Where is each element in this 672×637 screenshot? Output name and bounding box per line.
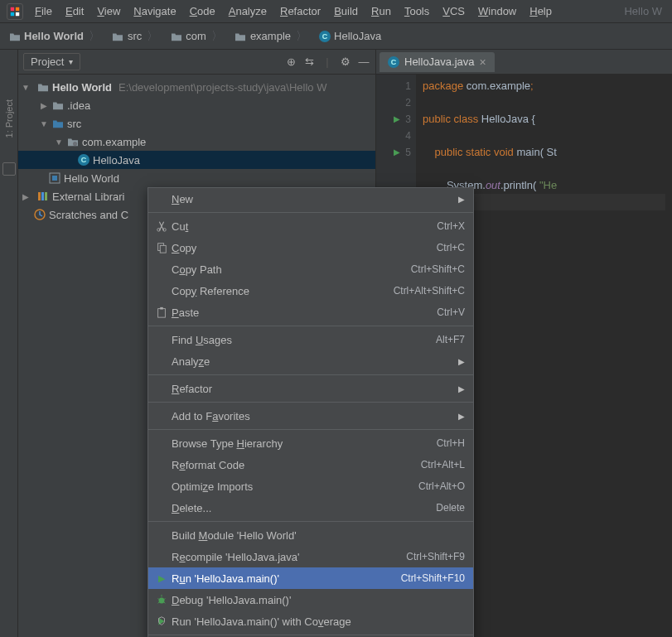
svg-rect-10: [45, 192, 47, 200]
breadcrumb-file[interactable]: C HelloJava: [316, 27, 384, 45]
context-menu-item[interactable]: Recompile 'HelloJava.java'Ctrl+Shift+F9: [148, 546, 473, 567]
line-number: 4: [405, 128, 411, 144]
context-menu-item[interactable]: CopyCtrl+C: [148, 237, 473, 258]
expand-arrow-icon[interactable]: ▼: [40, 119, 48, 128]
copy-icon: [153, 242, 170, 253]
context-menu-item[interactable]: Refactor▶: [148, 378, 473, 399]
expand-arrow-icon[interactable]: ▼: [55, 138, 63, 147]
context-menu-item[interactable]: Debug 'HelloJava.main()': [148, 589, 473, 610]
svg-point-18: [159, 597, 165, 603]
tree-row-project-root[interactable]: ▼ Hello World E:\development\projects-st…: [18, 78, 375, 96]
menu-build[interactable]: Build: [327, 2, 365, 21]
folder-icon: [170, 31, 182, 42]
tool-window-tab-structure-icon[interactable]: [2, 162, 16, 176]
close-icon[interactable]: ×: [480, 55, 486, 69]
menu-item-shortcut: Ctrl+Shift+C: [411, 263, 465, 275]
expand-arrow-icon[interactable]: ▶: [40, 101, 48, 110]
breadcrumb-example[interactable]: example 〉: [231, 27, 312, 46]
menu-item-label: Delete...: [170, 502, 436, 514]
menu-item-label: Cut: [170, 220, 437, 233]
tree-label: External Librari: [52, 191, 124, 203]
run-gutter-icon[interactable]: ▶: [394, 144, 400, 161]
expand-arrow-icon[interactable]: ▶: [22, 192, 30, 201]
java-class-icon: C: [78, 154, 89, 166]
collapse-all-icon[interactable]: ⇆: [302, 55, 316, 69]
menu-view[interactable]: View: [90, 2, 127, 21]
context-menu-item[interactable]: Find UsagesAlt+F7: [148, 329, 473, 350]
context-menu-item[interactable]: PasteCtrl+V: [148, 302, 473, 323]
chevron-down-icon: ▾: [69, 57, 73, 66]
code-keyword: public class: [423, 113, 481, 125]
menu-item-shortcut: Ctrl+X: [437, 220, 465, 232]
context-menu-item[interactable]: Delete...Delete: [148, 497, 473, 519]
menu-window[interactable]: Window: [471, 2, 523, 21]
tree-row-package[interactable]: ▼ com.example: [18, 133, 375, 151]
menu-file[interactable]: File: [28, 2, 59, 21]
tree-label: com.example: [82, 136, 146, 148]
code-keyword: public static void: [434, 146, 516, 158]
tree-label: HelloJava: [93, 154, 140, 166]
breadcrumb-src[interactable]: src 〉: [109, 27, 163, 46]
svg-rect-3: [11, 12, 14, 15]
menu-refactor[interactable]: Refactor: [273, 2, 327, 21]
menu-item-label: Browse Type Hierarchy: [170, 437, 437, 450]
menu-item-label: Debug 'HelloJava.main()': [170, 594, 465, 606]
run-gutter-icon[interactable]: ▶: [394, 111, 400, 128]
context-menu-item[interactable]: Copy ReferenceCtrl+Alt+Shift+C: [148, 280, 473, 302]
code-keyword: package: [423, 80, 467, 92]
editor-tab[interactable]: C HelloJava.java ×: [380, 52, 495, 72]
gear-icon[interactable]: ⚙: [339, 55, 352, 69]
code-text: ;: [530, 80, 534, 92]
breadcrumb-com[interactable]: com 〉: [167, 27, 228, 46]
project-view-label: Project: [31, 55, 64, 68]
breadcrumb-label: example: [250, 30, 291, 42]
context-menu-item[interactable]: ▶Run 'HelloJava.main()'Ctrl+Shift+F10: [148, 567, 473, 589]
locate-icon[interactable]: ⊕: [284, 55, 297, 69]
run-icon: ▶: [153, 573, 170, 584]
tree-label: Hello World: [52, 81, 112, 94]
context-menu-item[interactable]: Analyze▶: [148, 350, 473, 372]
divider: |: [321, 55, 334, 69]
project-view-selector[interactable]: Project ▾: [23, 53, 80, 70]
context-menu-item[interactable]: Optimize ImportsCtrl+Alt+O: [148, 475, 473, 497]
line-number: 3: [405, 111, 411, 128]
context-menu-item[interactable]: Browse Type HierarchyCtrl+H: [148, 432, 473, 454]
menu-navigate[interactable]: Navigate: [127, 2, 182, 21]
menu-edit[interactable]: Edit: [59, 2, 90, 21]
svg-rect-16: [158, 309, 166, 318]
tool-window-tab-project[interactable]: 1: Project: [4, 99, 14, 138]
tree-row-idea[interactable]: ▶ .idea: [18, 96, 375, 114]
tree-label: Hello World: [64, 172, 119, 185]
tree-row-src[interactable]: ▼ src: [18, 114, 375, 133]
context-menu-item[interactable]: Build Module 'Hello World': [148, 524, 473, 546]
context-menu[interactable]: New▶CutCtrl+XCopyCtrl+CCopy PathCtrl+Shi…: [147, 187, 474, 637]
menu-run[interactable]: Run: [365, 2, 398, 21]
context-menu-item[interactable]: Add to Favorites▶: [148, 405, 473, 427]
menu-code[interactable]: Code: [183, 2, 222, 21]
menu-help[interactable]: Help: [523, 2, 558, 21]
folder-icon: [36, 81, 49, 93]
context-menu-item[interactable]: CutCtrl+X: [148, 215, 473, 237]
submenu-arrow-icon: ▶: [458, 195, 465, 204]
breadcrumb-bar: Hello World 〉 src 〉 com 〉 example 〉 C He…: [0, 23, 672, 50]
expand-arrow-icon[interactable]: ▼: [22, 83, 30, 92]
menu-item-label: Copy Reference: [170, 285, 394, 297]
tree-row-file[interactable]: C HelloJava: [18, 151, 375, 169]
menu-vcs[interactable]: VCS: [436, 2, 471, 21]
tree-row-iml[interactable]: Hello World: [18, 169, 375, 187]
breadcrumb-root[interactable]: Hello World 〉: [5, 27, 105, 46]
context-menu-item[interactable]: Run 'HelloJava.main()' with Coverage: [148, 610, 473, 632]
svg-rect-1: [11, 7, 14, 10]
java-class-icon: C: [319, 31, 331, 42]
chevron-right-icon: 〉: [296, 29, 307, 44]
tree-path: E:\development\projects-study\java\Hello…: [118, 81, 326, 94]
menu-tools[interactable]: Tools: [398, 2, 436, 21]
svg-rect-15: [160, 245, 166, 253]
context-menu-item[interactable]: Reformat CodeCtrl+Alt+L: [148, 454, 473, 475]
menu-analyze[interactable]: Analyze: [222, 2, 273, 21]
editor-tab-label: HelloJava.java: [404, 55, 475, 68]
context-menu-item[interactable]: Copy PathCtrl+Shift+C: [148, 258, 473, 280]
context-menu-item[interactable]: New▶: [148, 188, 473, 210]
menu-item-label: Refactor: [170, 383, 458, 395]
hide-icon[interactable]: —: [357, 55, 370, 69]
